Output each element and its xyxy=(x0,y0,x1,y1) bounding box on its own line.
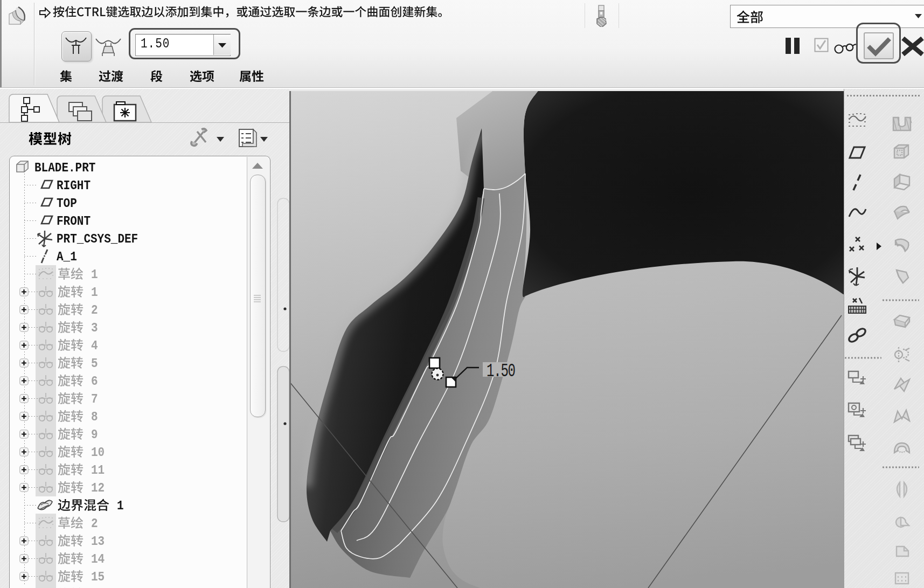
svg-text:1.50: 1.50 xyxy=(487,360,516,382)
